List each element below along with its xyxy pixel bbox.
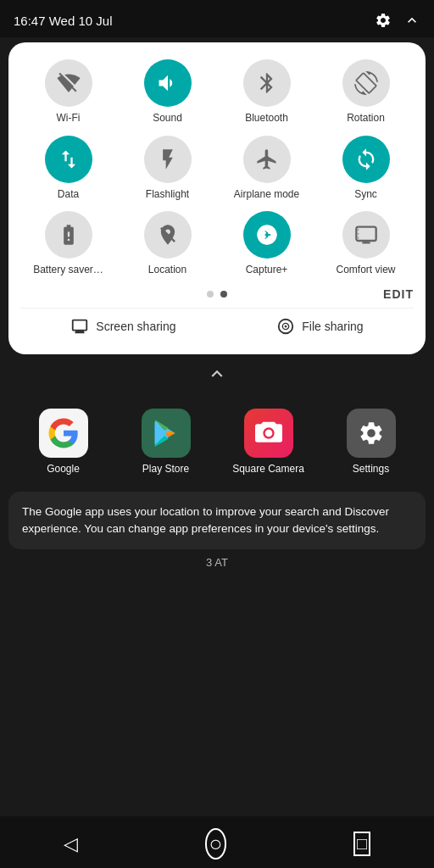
app-grid: Google [12,402,422,481]
data-icon [45,136,92,183]
sync-label: Sync [354,188,377,202]
pagination: EDIT [20,291,414,298]
screen-sharing-label: Screen sharing [96,320,175,333]
location-icon [144,211,192,259]
time-date: 16:47 Wed 10 Jul [14,14,112,28]
volume-icon [144,59,192,107]
chevron-up-icon[interactable] [403,12,420,29]
bluetooth-icon [243,59,291,107]
screen-sharing-button[interactable]: Screen sharing [70,317,175,336]
settings-label: Settings [353,463,389,475]
flashlight-icon [144,136,192,183]
capture-icon [243,211,291,259]
google-icon [39,409,88,458]
qs-item-data[interactable]: Data [20,136,116,202]
sync-icon [342,136,390,183]
file-sharing-button[interactable]: File sharing [276,317,363,336]
gear-icon[interactable] [375,12,392,29]
qs-item-sync[interactable]: Sync [318,136,414,202]
airplane-label: Airplane mode [234,188,299,202]
bluetooth-label: Bluetooth [245,112,288,125]
screen-sharing-icon [70,317,89,336]
settings-icon [347,409,396,458]
qs-item-location[interactable]: Location [120,211,215,277]
qs-item-battery[interactable]: Battery saver… [20,211,116,277]
app-google[interactable]: Google [12,402,114,481]
camera-label: Square Camera [232,463,304,475]
comfort-icon [342,211,390,259]
edit-button[interactable]: EDIT [383,287,414,301]
qs-item-comfort[interactable]: Comfort view [318,211,414,277]
dot-1[interactable] [207,291,214,298]
bottom-actions: Screen sharing File sharing [20,308,414,339]
comfort-label: Comfort view [336,264,395,277]
collapse-button[interactable] [0,354,434,393]
status-icons [375,12,420,29]
rotation-label: Rotation [347,112,385,125]
quick-settings-panel: Wi-Fi Sound Bluetooth [8,42,426,354]
qs-item-rotation[interactable]: Rotation [318,59,414,125]
home-button[interactable]: ○ [205,828,227,860]
qs-item-capture[interactable]: Capture+ [219,211,314,277]
wifi-off-icon [45,59,92,107]
rotation-icon [342,59,390,107]
at-label: 3 AT [0,549,434,572]
app-playstore[interactable]: Play Store [114,402,217,481]
dot-2[interactable] [220,291,227,298]
recent-button[interactable]: □ [353,832,370,856]
data-label: Data [58,188,79,202]
qs-grid: Wi-Fi Sound Bluetooth [20,59,414,277]
battery-label: Battery saver… [33,264,103,277]
home-screen: Google [0,393,434,481]
app-settings[interactable]: Settings [320,402,422,481]
qs-item-sound[interactable]: Sound [120,59,215,125]
capture-label: Capture+ [246,264,288,277]
battery-icon [45,211,92,259]
camera-icon [244,409,293,458]
google-label: Google [47,463,80,475]
status-bar: 16:47 Wed 10 Jul [0,0,434,37]
playstore-label: Play Store [142,463,189,475]
wifi-label: Wi-Fi [57,112,81,125]
flashlight-label: Flashlight [146,188,189,202]
sound-label: Sound [153,112,182,125]
notification-banner: The Google app uses your location to imp… [8,492,426,550]
back-button[interactable]: ◁ [64,833,78,855]
qs-item-flashlight[interactable]: Flashlight [120,136,215,202]
app-camera[interactable]: Square Camera [217,402,320,481]
svg-point-8 [285,325,287,327]
file-sharing-label: File sharing [302,320,363,333]
qs-item-airplane[interactable]: Airplane mode [219,136,314,202]
location-label: Location [148,264,186,277]
nav-bar: ◁ ○ □ [0,816,434,868]
file-sharing-icon [276,317,295,336]
qs-item-bluetooth[interactable]: Bluetooth [219,59,314,125]
svg-rect-2 [356,227,376,241]
notification-text: The Google app uses your location to imp… [22,505,389,535]
airplane-icon [243,136,291,183]
playstore-icon [142,409,191,458]
qs-item-wifi[interactable]: Wi-Fi [20,59,116,125]
